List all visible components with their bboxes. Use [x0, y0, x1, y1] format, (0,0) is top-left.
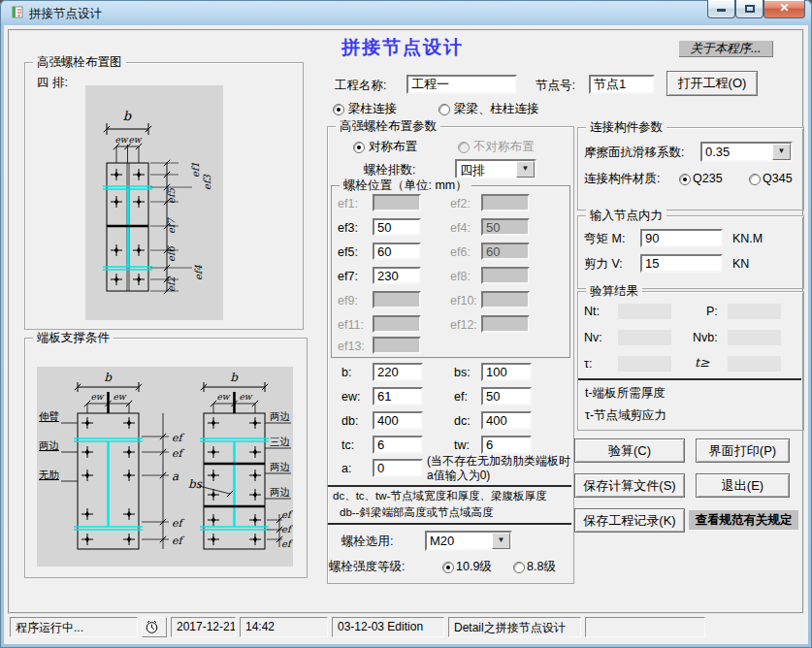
ef6-label: ef6: — [450, 245, 471, 260]
tw-input[interactable] — [481, 436, 532, 454]
ef2-input — [481, 194, 530, 211]
ew-input[interactable] — [373, 387, 423, 405]
radio-q345[interactable] — [749, 174, 761, 185]
chevron-down-icon[interactable]: ▼ — [516, 161, 535, 178]
bs-input[interactable] — [481, 363, 532, 381]
left-dim-a: a — [172, 470, 179, 483]
dim-ef3-label: ef3 — [202, 174, 212, 190]
b-input[interactable] — [373, 363, 423, 381]
nvb-value — [728, 330, 781, 345]
moment-input[interactable] — [640, 229, 723, 247]
radio-grade-109[interactable] — [442, 562, 454, 573]
tau-label: τ: — [584, 357, 592, 372]
member-params-group: 连接构件参数 — [577, 127, 804, 211]
positions-title: 螺栓位置（单位: mm） — [340, 178, 471, 194]
ef-input[interactable] — [481, 387, 532, 405]
print-button[interactable]: 界面打印(P) — [696, 438, 790, 463]
results-title: 验算结果 — [586, 283, 642, 300]
radio-beam-column[interactable] — [333, 104, 344, 115]
clock-icon — [145, 619, 159, 634]
a-label: a: — [341, 462, 351, 476]
separator — [578, 378, 801, 380]
friction-select[interactable]: 0.35 ▼ — [700, 142, 793, 162]
note-dctctw: dc、tc、tw-节点域宽度和厚度、梁腹板厚度 — [333, 490, 546, 503]
tc-input[interactable] — [373, 436, 423, 454]
ef12-label: ef12: — [450, 318, 477, 333]
app-window: 拼接节点设计 ✕ 拼接节点设计 关于本程序... 工程名称: 节点号: 打开工程… — [0, 0, 812, 648]
maximize-button[interactable] — [735, 0, 763, 18]
save-calc-button[interactable]: 保存计算文件(S) — [574, 473, 685, 498]
right-side2-label: 三边 — [270, 436, 290, 447]
node-number-input[interactable] — [589, 75, 655, 94]
check-button[interactable]: 验算(C) — [574, 438, 685, 463]
nvb-label: Nvb: — [693, 331, 718, 345]
right-bs-label: bs — [188, 477, 203, 491]
ef3-label: ef3: — [338, 221, 358, 236]
radio-asymmetric[interactable] — [458, 142, 470, 153]
forces-title: 输入节点内力 — [586, 208, 666, 224]
chevron-down-icon[interactable]: ▼ — [492, 533, 510, 549]
exit-button[interactable]: 退出(E) — [696, 473, 790, 498]
dim-b-label: b — [123, 109, 132, 123]
close-button[interactable]: ✕ — [763, 0, 805, 18]
about-label[interactable]: 关于本程序... — [679, 41, 773, 57]
status-edition: 03-12-03 Edition — [332, 617, 444, 637]
bolt-select[interactable]: M20 ▼ — [425, 531, 512, 551]
a-input[interactable] — [373, 459, 423, 477]
shear-input[interactable] — [640, 254, 723, 273]
chevron-down-icon[interactable]: ▼ — [772, 144, 791, 160]
results-note-tau: τ-节点域剪应力 — [585, 408, 666, 423]
ef11-input — [373, 315, 421, 333]
bolt-rows-select[interactable]: 四排 ▼ — [455, 159, 536, 179]
open-project-button[interactable]: 打开工程(O) — [666, 71, 758, 96]
project-name-input[interactable] — [406, 75, 517, 94]
page-title: 拼接节点设计 — [341, 35, 464, 60]
dc-label: dc: — [454, 414, 471, 429]
ef7-input[interactable] — [373, 267, 421, 284]
nt-value — [618, 304, 671, 319]
friction-value: 0.35 — [705, 145, 730, 159]
dc-input[interactable] — [481, 411, 532, 430]
forces-group: 输入节点内力 — [577, 215, 804, 289]
clock-button[interactable] — [142, 617, 167, 637]
right-b-label: b — [230, 371, 239, 384]
tc-label: tc: — [341, 438, 354, 453]
t-ge-label: t≥ — [695, 355, 710, 370]
right-ew1-label: ew — [216, 392, 230, 402]
p-label: P: — [706, 305, 718, 319]
left-dim-ef4: ef — [172, 535, 185, 547]
radio-q235[interactable] — [679, 174, 691, 185]
right-side4-label: 两边 — [270, 486, 290, 498]
db-input[interactable] — [373, 411, 423, 430]
left-side2-label: 两边 — [39, 439, 59, 451]
ef5-input[interactable] — [373, 243, 421, 260]
minimize-button[interactable] — [707, 0, 735, 18]
p-value — [728, 304, 781, 319]
radio-asymmetric-label: 不对称布置 — [473, 140, 535, 154]
radio-grade-109-label: 10.9级 — [456, 560, 492, 574]
maximize-icon — [745, 5, 755, 13]
status-time: 14:42 — [240, 617, 328, 637]
right-dim-ef2: ef — [281, 524, 293, 535]
ef6-input — [481, 243, 530, 260]
moment-label: 弯矩 M: — [584, 232, 625, 246]
view-code-label[interactable]: 查看规范有关规定 — [689, 510, 798, 530]
results-note-t: t-端板所需厚度 — [585, 386, 666, 401]
radio-beam-beam-column[interactable] — [438, 104, 450, 115]
radio-symmetric[interactable] — [353, 142, 365, 153]
radio-grade-88[interactable] — [513, 562, 525, 573]
window-title: 拼接节点设计 — [29, 6, 102, 22]
ef2-label: ef2: — [450, 197, 471, 211]
bolt-grade-label: 螺栓强度等级: — [329, 560, 405, 574]
rows-caption: 四 排: — [37, 76, 68, 90]
save-record-button[interactable]: 保存工程记录(K) — [574, 508, 685, 533]
t-ge-value — [728, 356, 781, 372]
tw-label: tw: — [454, 438, 470, 453]
minimize-icon — [717, 9, 726, 12]
ef3-input[interactable] — [373, 218, 421, 236]
ef9-input — [373, 291, 421, 308]
close-icon: ✕ — [779, 1, 789, 15]
ef7-label: ef7: — [338, 270, 358, 284]
right-dim-ef1: ef — [281, 509, 293, 520]
shear-unit: KN — [732, 257, 749, 272]
